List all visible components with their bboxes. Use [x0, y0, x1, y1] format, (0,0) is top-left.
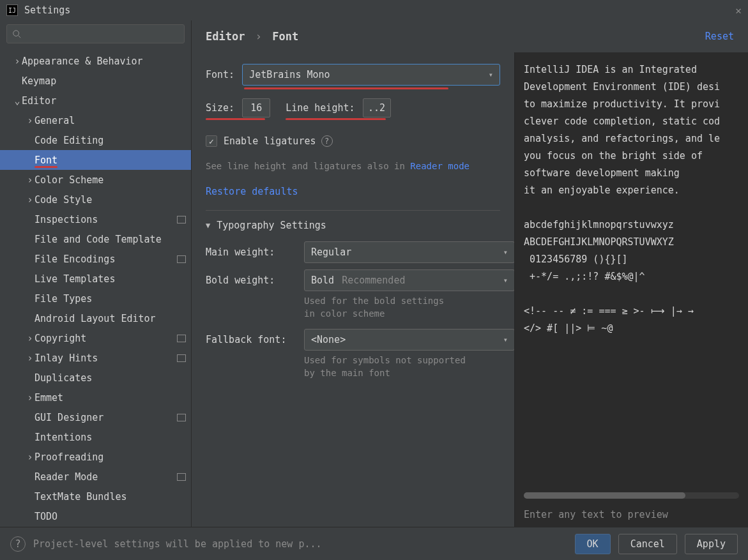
close-icon[interactable]: ✕	[735, 4, 742, 17]
tree-item-label: File and Code Template	[34, 234, 162, 245]
typography-title: Typography Settings	[217, 220, 326, 231]
chevron-down-icon: ▾	[503, 248, 508, 257]
chevron-right-icon: ›	[26, 115, 34, 126]
tree-item-emmet[interactable]: ›Emmet	[0, 388, 191, 407]
tree-item-code-editing[interactable]: Code Editing	[0, 130, 191, 150]
svg-line-1	[19, 36, 21, 38]
apply-button[interactable]: Apply	[685, 534, 738, 554]
lineheight-label: Line height:	[286, 102, 355, 114]
tree-item-appearance-behavior[interactable]: ›Appearance & Behavior	[0, 51, 191, 71]
font-combo[interactable]: JetBrains Mono ▾	[242, 64, 500, 86]
preview-scrollbar[interactable]	[524, 492, 739, 499]
tree-item-reader-mode[interactable]: Reader Mode	[0, 467, 191, 487]
tree-item-label: Emmet	[34, 392, 63, 404]
main-weight-combo[interactable]: Regular ▾	[304, 241, 514, 263]
main-panel: Editor › Font Reset Font: JetBrains Mono…	[192, 20, 748, 527]
tree-item-color-scheme[interactable]: ›Color Scheme	[0, 170, 191, 190]
fallback-combo[interactable]: <None> ▾	[304, 329, 514, 351]
crumb-font: Font	[272, 30, 298, 43]
chevron-down-icon: ▾	[489, 70, 493, 79]
chevron-down-icon: ⌄	[13, 95, 22, 107]
chevron-down-icon: ▾	[503, 276, 508, 285]
titlebar: IJ Settings ✕	[0, 0, 748, 20]
chevron-right-icon: ›	[26, 392, 34, 404]
font-label: Font:	[206, 69, 234, 80]
tree-item-label: Copyright	[34, 333, 86, 344]
tree-item-inspections[interactable]: Inspections	[0, 209, 191, 229]
tree-item-proofreading[interactable]: ›Proofreading	[0, 447, 191, 467]
bold-weight-note: Used for the bold settings in color sche…	[304, 295, 514, 320]
tree-item-file-encodings[interactable]: File Encodings	[0, 249, 191, 269]
search-input[interactable]	[6, 24, 185, 43]
project-badge-icon	[177, 335, 186, 342]
tree-item-label: Live Templates	[34, 273, 115, 285]
tree-item-inlay-hints[interactable]: ›Inlay Hints	[0, 348, 191, 368]
reset-link[interactable]: Reset	[705, 31, 734, 42]
tree-item-label: Appearance & Behavior	[22, 56, 143, 67]
tree-item-textmate-bundles[interactable]: TextMate Bundles	[0, 487, 191, 506]
chevron-right-icon: ›	[13, 56, 22, 67]
font-settings-form: Font: JetBrains Mono ▾ Size: 16	[192, 52, 514, 527]
ok-button[interactable]: OK	[575, 534, 611, 554]
reader-mode-link[interactable]: Reader mode	[410, 161, 469, 171]
ligatures-checkbox[interactable]	[206, 135, 217, 147]
tree-item-font[interactable]: Font	[0, 150, 191, 170]
font-value: JetBrains Mono	[249, 69, 330, 80]
chevron-right-icon: ›	[26, 174, 34, 186]
settings-tree[interactable]: ›Appearance & BehaviorKeymap⌄Editor›Gene…	[0, 47, 191, 527]
preview-panel: IntelliJ IDEA is an Integrated Developme…	[514, 52, 748, 527]
tree-item-file-and-code-template[interactable]: File and Code Template	[0, 229, 191, 249]
chevron-right-icon: ›	[26, 451, 34, 463]
tree-item-keymap[interactable]: Keymap	[0, 71, 191, 91]
tree-item-label: Android Layout Editor	[34, 313, 156, 324]
tree-item-gui-designer[interactable]: GUI Designer	[0, 407, 191, 427]
preview-hint: Enter any text to preview	[515, 503, 748, 527]
window-title: Settings	[24, 4, 70, 16]
main-weight-label: Main weight:	[206, 246, 287, 258]
chevron-down-icon: ▾	[503, 335, 508, 344]
tree-item-label: TextMate Bundles	[34, 491, 127, 503]
svg-point-0	[13, 31, 19, 36]
help-icon[interactable]: ?	[321, 135, 333, 147]
tree-item-file-types[interactable]: File Types	[0, 289, 191, 308]
cancel-button[interactable]: Cancel	[618, 534, 677, 554]
tree-item-duplicates[interactable]: Duplicates	[0, 368, 191, 388]
tree-item-label: Color Scheme	[34, 174, 103, 186]
crumb-editor[interactable]: Editor	[206, 30, 245, 43]
tree-item-label: Code Editing	[34, 135, 103, 146]
bold-weight-combo[interactable]: Bold Recommended ▾	[304, 269, 514, 291]
project-badge-icon	[177, 354, 186, 362]
typography-section-header[interactable]: ▼ Typography Settings	[206, 210, 500, 231]
footer: ? Project-level settings will be applied…	[0, 527, 748, 560]
app-icon: IJ	[6, 4, 18, 16]
footer-message: Project-level settings will be applied t…	[33, 538, 322, 550]
tree-item-label: File Encodings	[34, 254, 115, 265]
chevron-right-icon: ›	[26, 352, 34, 364]
tree-item-copyright[interactable]: ›Copyright	[0, 328, 191, 348]
restore-defaults-link[interactable]: Restore defaults	[206, 186, 500, 197]
tree-item-todo[interactable]: TODO	[0, 506, 191, 526]
tree-item-intentions[interactable]: Intentions	[0, 427, 191, 447]
settings-window: IJ Settings ✕ ›Appearance & BehaviorKeym…	[0, 0, 748, 560]
see-also-note: See line height and ligatures also in Re…	[206, 160, 500, 173]
project-badge-icon	[177, 414, 186, 421]
tree-item-code-style[interactable]: ›Code Style	[0, 190, 191, 209]
ligatures-label: Enable ligatures	[224, 135, 316, 147]
tree-item-label: Proofreading	[34, 451, 103, 463]
tree-item-label: Font	[34, 155, 57, 166]
project-badge-icon	[177, 216, 186, 223]
tree-item-editor[interactable]: ⌄Editor	[0, 91, 191, 110]
tree-item-label: File Types	[34, 293, 92, 305]
size-input[interactable]: 16	[242, 98, 270, 117]
help-button[interactable]: ?	[10, 536, 26, 552]
tree-item-general[interactable]: ›General	[0, 110, 191, 130]
tree-item-label: Intentions	[34, 432, 92, 443]
preview-text[interactable]: IntelliJ IDEA is an Integrated Developme…	[515, 52, 748, 488]
project-badge-icon	[177, 473, 186, 481]
lineheight-input[interactable]: ..2	[363, 98, 391, 117]
chevron-down-icon: ▼	[206, 221, 210, 230]
search-field[interactable]	[25, 29, 179, 40]
tree-item-live-templates[interactable]: Live Templates	[0, 269, 191, 289]
project-badge-icon	[177, 255, 186, 263]
tree-item-android-layout-editor[interactable]: Android Layout Editor	[0, 308, 191, 328]
